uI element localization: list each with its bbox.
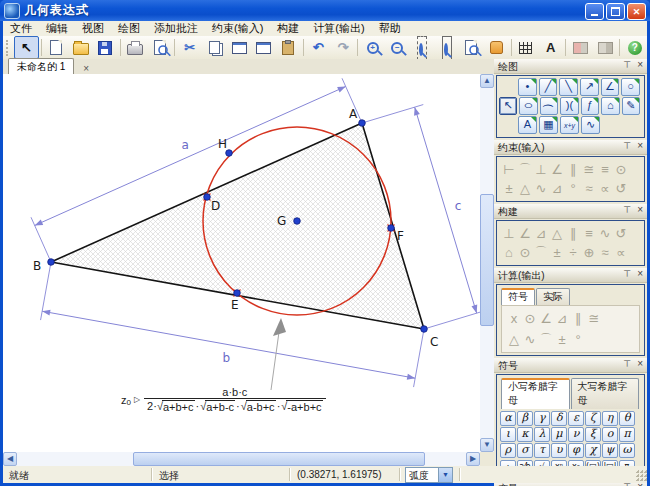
greek-key-ο[interactable]: ο [602,427,618,442]
constraint-icon-11[interactable]: ∿ [533,179,549,198]
construct-icon-8[interactable]: ↺ [613,224,629,243]
tab-real[interactable]: 实际 [536,288,570,305]
greek-key-ξ[interactable]: ξ [585,427,601,442]
minimize-button[interactable] [585,3,604,20]
constraint-icon-8[interactable]: ⊙ [613,160,629,179]
constraint-icon-2[interactable]: ⌒ [517,160,533,179]
draw-locus-button[interactable]: ∿ [581,116,600,134]
construct-icon-1[interactable]: ⊥ [501,224,517,243]
pan-button[interactable] [484,36,509,59]
pin-icon[interactable]: ⊤ [623,60,631,70]
select-tool-button[interactable]: ↖ [14,36,39,59]
dimension-c-line[interactable] [415,107,477,313]
save-file-button[interactable] [93,36,118,59]
menu-item-1[interactable]: 编辑 [39,21,75,36]
paste-window-button[interactable] [251,36,276,59]
tab-close-icon[interactable]: × [80,63,92,74]
construct-icon-11[interactable]: ⌒ [533,243,549,262]
close-icon[interactable]: × [637,140,643,151]
cut-button[interactable]: ✂ [177,36,202,59]
scroll-up-icon[interactable]: ▲ [480,74,494,88]
draw-circle-button[interactable]: ○ [621,78,640,96]
greek-key-θ[interactable]: θ [619,411,635,426]
horizontal-scrollbar[interactable]: ◀ ▶ [3,452,480,466]
constraints-panel-header[interactable]: 约束(输入) ⊤× [494,140,647,155]
font-button[interactable]: A [538,36,563,59]
construct-icon-15[interactable]: ≈ [597,243,613,262]
menu-item-6[interactable]: 构建 [270,21,306,36]
menu-item-2[interactable]: 视图 [75,21,111,36]
construct-icon-9[interactable]: ⌂ [501,243,517,262]
constraint-icon-7[interactable]: ≡ [597,160,613,179]
resize-grip[interactable] [635,469,647,481]
greek-key-ι[interactable]: ι [500,427,516,442]
constraint-icon-16[interactable]: ↺ [613,179,629,198]
output-expression[interactable]: z0 ▷ a·b·c 2·√a+b+c·√a+b-c·√a-b+c·√-a+b+… [121,386,326,413]
zoom-out-button[interactable]: − [385,36,410,59]
draw-picture-button[interactable]: ▦ [539,116,558,134]
toolbox-toggle-1-button[interactable] [568,36,593,59]
greek-key-τ[interactable]: τ [534,443,550,458]
constraint-icon-4[interactable]: ∠ [549,160,565,179]
calculate-b-icon-4[interactable]: ± [554,330,570,349]
greek-key-λ[interactable]: λ [534,427,550,442]
menu-item-7[interactable]: 计算(输出) [306,21,371,36]
point-G[interactable] [294,218,301,225]
constraint-icon-10[interactable]: △ [517,179,533,198]
constraint-icon-14[interactable]: ≈ [581,179,597,198]
tab-symbolic[interactable]: 符号 [501,288,535,305]
construct-icon-3[interactable]: ⊿ [533,224,549,243]
close-icon[interactable]: × [637,268,643,279]
draw-line-button[interactable]: ╲ [559,78,578,96]
constraint-icon-5[interactable]: ∥ [565,160,581,179]
construct-icon-10[interactable]: ⊙ [517,243,533,262]
greek-key-φ[interactable]: φ [568,443,584,458]
zoom-page-button[interactable] [459,36,484,59]
construct-panel-header[interactable]: 构建 ⊤× [494,204,647,219]
tab-lowercase-greek[interactable]: 小写希腊字母 [501,378,570,409]
calculate-b-icon-1[interactable]: △ [506,330,522,349]
point-label-H[interactable]: H [218,137,227,151]
greek-key-δ[interactable]: δ [551,411,567,426]
scroll-right-icon[interactable]: ▶ [466,452,480,466]
construct-icon-2[interactable]: ∠ [517,224,533,243]
constraint-icon-6[interactable]: ≅ [581,160,597,179]
pin-icon[interactable]: ⊤ [623,269,631,279]
point-label-A[interactable]: A [349,107,358,121]
constraint-icon-1[interactable]: ⊢ [501,160,517,179]
construct-icon-6[interactable]: ≡ [581,224,597,243]
construct-icon-14[interactable]: ⊕ [581,243,597,262]
scroll-left-icon[interactable]: ◀ [3,452,17,466]
close-icon[interactable]: × [637,59,643,70]
point-E[interactable] [234,290,241,297]
zoom-window-button[interactable] [434,36,459,59]
draw-conic-button[interactable]: )( [560,97,578,115]
draw-panel-header[interactable]: 绘图 ⊤× [494,59,647,74]
draw-text-button[interactable]: A [518,116,537,134]
menu-item-0[interactable]: 文件 [3,21,39,36]
chevron-down-icon[interactable]: ▼ [438,468,452,482]
menu-item-5[interactable]: 约束(输入) [205,21,270,36]
document-tab[interactable]: 未命名的 1 [8,58,74,74]
redo-button[interactable]: ↷ [331,36,356,59]
calculate-icon-1[interactable]: x [506,309,522,328]
draw-point-button[interactable]: • [518,78,537,96]
symbols-panel-header[interactable]: 符号 ⊤× [494,358,647,373]
point-label-C[interactable]: C [430,335,438,349]
calculate-icon-2[interactable]: ⊙ [522,309,538,328]
copy-button[interactable] [202,36,227,59]
angle-unit-combobox[interactable]: 弧度 ▼ [405,467,453,483]
greek-key-μ[interactable]: μ [551,427,567,442]
point-C[interactable] [421,326,428,333]
menu-item-4[interactable]: 添加批注 [147,21,205,36]
draw-expression-button[interactable]: x+y [560,116,579,134]
constraint-icon-3[interactable]: ⊥ [533,160,549,179]
draw-polygon-button[interactable]: ∠ [601,78,620,96]
calculate-icon-4[interactable]: ⊿ [554,309,570,328]
point-label-D[interactable]: D [211,199,220,213]
point-label-E[interactable]: E [231,298,239,312]
greek-key-κ[interactable]: κ [517,427,533,442]
greek-key-π[interactable]: π [619,427,635,442]
vertical-scrollbar[interactable]: ▲ ▼ [480,74,494,452]
calculate-b-icon-5[interactable]: ° [570,330,586,349]
